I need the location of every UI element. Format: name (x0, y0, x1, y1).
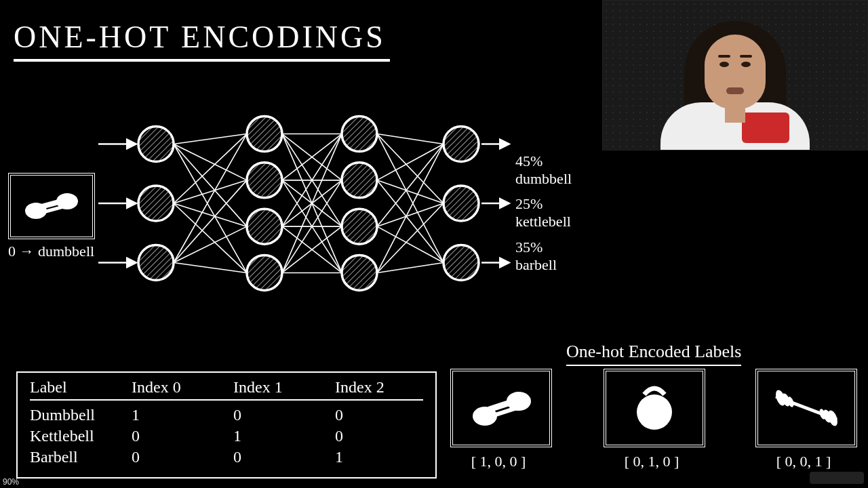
kettlebell-icon (627, 381, 682, 435)
presenter-webcam (602, 0, 868, 150)
svg-line-16 (174, 134, 247, 263)
page-title: ONE-HOT ENCODINGS (14, 19, 390, 62)
table-row: Barbell001 (30, 447, 423, 468)
svg-line-19 (174, 263, 247, 273)
svg-point-54 (247, 117, 282, 152)
svg-line-8 (174, 134, 247, 144)
svg-point-53 (138, 245, 174, 281)
svg-line-9 (174, 144, 247, 180)
encoding-table: Label Index 0 Index 1 Index 2 Dumbbell10… (16, 371, 437, 479)
svg-line-39 (377, 144, 443, 180)
browser-badge (810, 472, 864, 484)
svg-point-52 (138, 186, 174, 221)
zoom-level: 90% (3, 477, 19, 487)
encoded-labels-title: One-hot Encoded Labels (566, 342, 741, 366)
svg-point-63 (443, 186, 479, 221)
encoded-card-1: [ 0, 1, 0 ] (604, 369, 700, 470)
svg-point-69 (637, 394, 672, 430)
svg-line-36 (377, 134, 443, 144)
svg-point-55 (247, 163, 282, 198)
svg-line-44 (377, 226, 443, 262)
barbell-icon (766, 384, 847, 432)
output-0: 45%dumbbell (515, 152, 572, 188)
svg-point-61 (342, 255, 377, 290)
svg-line-11 (174, 144, 247, 273)
output-2: 35%barbell (515, 239, 557, 274)
encoded-card-0: [ 1, 0, 0 ] (450, 369, 547, 470)
svg-point-57 (247, 255, 282, 290)
svg-line-18 (174, 226, 247, 262)
svg-point-60 (342, 209, 377, 244)
svg-point-59 (342, 163, 377, 198)
svg-line-47 (377, 263, 443, 273)
svg-point-58 (342, 117, 377, 152)
svg-line-38 (377, 134, 443, 263)
network-diagram: 0 → dumbbell 45%dumbbell 25%kettlebell 3… (0, 95, 597, 312)
output-1: 25%kettlebell (515, 195, 571, 231)
encoded-card-2: [ 0, 0, 1 ] (755, 369, 852, 470)
svg-point-64 (443, 245, 479, 281)
svg-point-51 (138, 127, 174, 162)
table-row: Dumbbell100 (30, 405, 423, 426)
svg-point-62 (443, 127, 479, 162)
table-row: Kettlebell010 (30, 426, 423, 447)
dumbbell-icon (467, 388, 535, 428)
svg-point-56 (247, 209, 282, 244)
neural-net-svg (0, 95, 597, 312)
svg-line-45 (377, 144, 443, 273)
